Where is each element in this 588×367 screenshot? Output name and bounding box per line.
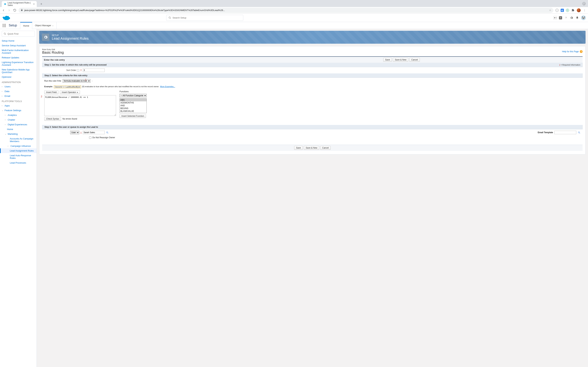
user-avatar[interactable]: 🐼 [581,15,586,20]
help-icon[interactable]: ? [564,16,568,20]
help-link[interactable]: Help for this Page ? [562,48,583,55]
cancel-button[interactable]: Cancel [409,58,420,62]
nav-campaign-influence[interactable]: ›Campaign Influence [0,144,37,148]
address-bar[interactable]: java-power-66192.lightning.force.com/lig… [18,8,553,13]
close-tab-icon[interactable]: × [33,3,35,5]
browser-toolbar: java-power-66192.lightning.force.com/lig… [0,7,588,14]
star-icon[interactable]: ☆ [549,9,551,12]
nav-analytics[interactable]: ›Analytics [0,113,37,117]
check-syntax-button[interactable]: Check Syntax [44,117,61,121]
nav-data[interactable]: ›Data [0,89,37,94]
save-new-button[interactable]: Save & New [393,58,408,62]
nav-lead-assignment-rules[interactable]: Lead Assignment Rules [0,148,37,153]
reload-button[interactable] [13,8,17,12]
salesforce-logo-icon[interactable] [2,15,10,21]
kebab-menu-icon[interactable]: ⋮ [583,8,586,12]
nav-feature-settings[interactable]: ⌄Feature Settings [0,108,37,113]
function-item[interactable]: BEGINS [120,107,147,110]
browser-tab[interactable]: Lead Assignment Rules | Sales × [2,1,37,7]
grammarly-icon[interactable]: G [566,9,569,12]
section-enter-rule: Enter the rule entry Save Save & New Can… [42,56,583,63]
chevron-down-icon: ⌄ [2,109,3,111]
save-button[interactable]: Save [294,146,303,150]
nav-lead-auto-response[interactable]: Lead Auto-Response Rules [0,153,37,160]
nav-accounts-campaign[interactable]: Accounts As Campaign Members [0,136,37,144]
assign-type-select[interactable]: User [70,131,79,134]
save-new-button[interactable]: Save & New [304,146,319,150]
function-item[interactable]: BLANKVALUE [120,110,147,113]
insert-field-button[interactable]: Insert Field [44,90,59,94]
cloud-favicon-icon [4,3,6,5]
panel-subtitle: Rule Entry Edit [42,48,64,50]
cancel-button[interactable]: Cancel [320,146,331,150]
nav-release-updates[interactable]: Release Updates [0,55,37,60]
info-icon[interactable]: i [77,69,79,72]
nav-lead-processes[interactable]: Lead Processes [0,160,37,165]
function-category-select[interactable]: -- All Function Categories -- [120,94,147,97]
step3-header: Step 3: Select the user or queue to assi… [42,125,583,129]
search-placeholder: Search Setup [173,17,186,19]
back-button[interactable] [2,8,5,12]
quick-find-input[interactable]: Quick Find [2,31,35,37]
chevron-right-icon: › [2,86,3,88]
nav-email[interactable]: ›Email [0,94,37,98]
nav-mobile-quickstart[interactable]: New Salesforce Mobile App QuickStart [0,67,37,75]
extensions-puzzle-icon[interactable] [571,8,575,12]
sort-order-input[interactable] [83,68,105,72]
email-template-input[interactable] [554,131,576,134]
assign-user-input[interactable] [83,131,105,134]
setup-sidebar: Quick Find Setup Home Service Setup Assi… [0,29,37,367]
more-examples-link[interactable]: More Examples... [160,85,175,88]
save-button[interactable]: Save [383,58,392,62]
nav-users[interactable]: ›Users [0,84,37,89]
notifications-icon[interactable] [575,16,579,20]
new-tab-button[interactable]: + [39,1,44,7]
setup-gear-icon[interactable] [570,16,573,20]
no-reassign-checkbox[interactable] [89,136,91,139]
sf-global-header: Search Setup ★▾ + ? 🐼 [0,14,588,22]
nav-home-platform[interactable]: Home [0,127,37,132]
function-item[interactable]: ADDMONTHS [120,101,147,104]
tab-home[interactable]: Home [20,22,32,29]
window-control-icon[interactable]: ⋁ [582,2,586,5]
nav-apps[interactable]: ›Apps [0,103,37,108]
nav-setup-home[interactable]: Setup Home [0,38,37,43]
url-text: java-power-66192.lightning.force.com/lig… [24,9,225,12]
tab-object-manager[interactable]: Object Manager⌄ [32,22,57,29]
function-item[interactable]: AND [120,104,147,107]
nav-marketing[interactable]: ⌄Marketing [0,132,37,136]
svg-point-1 [4,33,5,34]
step1-header: Step 1: Set the order in which this rule… [42,63,583,67]
svg-point-3 [578,132,579,133]
nav-mfa-assistant[interactable]: Multi-Factor Authentication Assistant [0,48,37,55]
add-button[interactable]: + [559,16,562,19]
info-icon[interactable]: i [555,9,559,12]
help-icon: ? [580,50,583,53]
function-item[interactable]: ABS [120,99,147,101]
nav-lex-transition[interactable]: Lightning Experience Transition Assistan… [0,60,37,67]
gear-icon [42,33,49,41]
nav-service-setup[interactable]: Service Setup Assistant [0,43,37,48]
nav-optimizer[interactable]: Optimizer [0,75,37,79]
search-icon [169,17,171,19]
app-launcher-icon[interactable] [2,23,7,28]
chevron-down-icon: ⌄ [52,25,53,26]
rule-entry-panel: Rule Entry Edit Basic Routing Help for t… [39,46,586,154]
chevron-right-icon: › [2,90,3,92]
nav-chatter[interactable]: ›Chatter [0,117,37,122]
extension-icon[interactable]: ◧ [561,9,564,12]
insert-operator-button[interactable]: Insert Operator ▼ [60,90,80,94]
nav-digital-exp[interactable]: ›Digital Experiences [0,122,37,127]
lookup-icon[interactable] [106,131,109,134]
insert-function-button[interactable]: Insert Selected Function [120,114,146,118]
chevron-down-icon: ▼ [77,92,78,93]
profile-avatar[interactable] [577,8,581,12]
lookup-icon[interactable] [578,131,580,134]
chevron-right-icon: › [8,145,9,147]
extensions-area: i ◧ G ⋮ [555,8,586,12]
function-list[interactable]: ABS ADDMONTHS AND BEGINS BLANKVALUE BR [120,98,147,113]
favorites-button[interactable]: ★▾ [553,16,557,20]
global-search[interactable]: Search Setup [166,15,243,21]
function-item[interactable]: BR [120,113,147,113]
formula-textarea[interactable]: FLOOR(AnnualRevenue / 1000000.0) == 1 [44,95,116,116]
